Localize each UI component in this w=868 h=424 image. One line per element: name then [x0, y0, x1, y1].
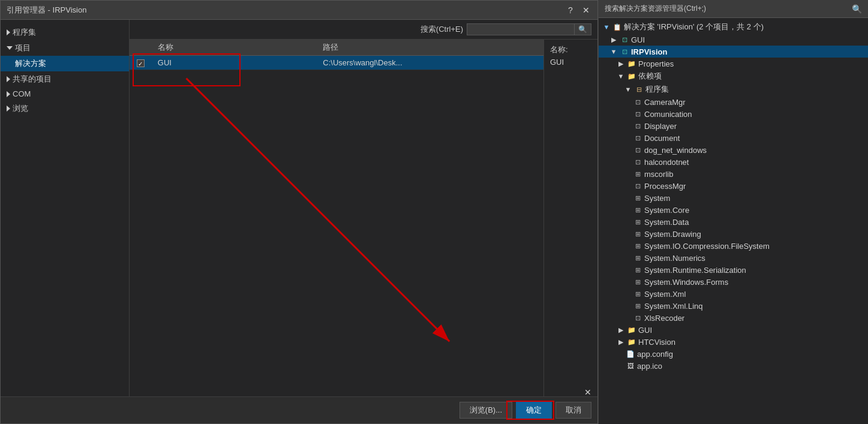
browse-button[interactable]: 浏览(B)... [459, 402, 512, 419]
tree-item-system-data[interactable]: ⊞ System.Data [599, 216, 868, 228]
mscorlib-icon: ⊞ [632, 169, 643, 179]
triangle-right-shared-icon [7, 76, 10, 82]
search-input[interactable] [467, 23, 575, 35]
tree-label-cameramgr: CameraMgr [643, 98, 686, 107]
tree-label-htcvision: HTCVision [637, 338, 675, 347]
search-button[interactable]: 🔍 [575, 23, 591, 35]
tree-label-document: Document [643, 134, 680, 143]
sidebar-item-browse[interactable]: 浏览 [1, 101, 129, 116]
tree-item-system-xml-linq[interactable]: ⊞ System.Xml.Linq [599, 300, 868, 312]
tree-item-system[interactable]: ⊞ System [599, 192, 868, 204]
sidebar-label-projects: 项目 [15, 43, 31, 53]
solution-explorer-header: 搜索解决方案资源管理器(Ctrl+;) 🔍 [599, 0, 868, 18]
triangle-right-gui-folder-icon: ▶ [615, 325, 626, 335]
ref-info-panel: 名称: GUI [543, 40, 597, 396]
tree-item-gui-project[interactable]: ▶ ⊡ GUI [599, 34, 868, 46]
irpvision-project-icon: ⊡ [619, 47, 630, 56]
tree-item-assemblies-node[interactable]: ▼ ⊟ 程序集 [599, 83, 868, 96]
properties-folder-icon: 📁 [626, 59, 637, 68]
checkbox-checked: ✓ [137, 59, 145, 67]
tree-item-app-config[interactable]: 📄 app.config [599, 348, 868, 360]
tree-item-halcondotnet[interactable]: ⊡ halcondotnet [599, 156, 868, 168]
sidebar-label-com: COM [13, 89, 31, 98]
cameramgr-icon: ⊡ [632, 97, 643, 107]
tree-label-system-core: System.Core [643, 206, 689, 215]
system-winforms-icon: ⊞ [632, 277, 643, 287]
triangle-right-browse-icon [7, 106, 10, 112]
dialog-body: 程序集 项目 解决方案 共享的项目 COM 浏览 [1, 20, 597, 396]
processmgr-icon: ⊡ [632, 181, 643, 191]
sidebar-label-assemblies: 程序集 [13, 27, 36, 38]
tree-item-system-numerics[interactable]: ⊞ System.Numerics [599, 252, 868, 264]
sidebar-item-com[interactable]: COM [1, 87, 129, 101]
solution-explorer-panel: 搜索解决方案资源管理器(Ctrl+;) 🔍 ▼ 📋 解决方案 'IRPVisio… [598, 0, 868, 424]
tree-item-xlsrecoder[interactable]: ⊡ XlsRecoder [599, 312, 868, 324]
col-header-name: 名称 [153, 40, 318, 56]
tree-item-system-drawing[interactable]: ⊞ System.Drawing [599, 228, 868, 240]
tree-label-system: System [643, 194, 670, 203]
tree-item-cameramgr[interactable]: ⊡ CameraMgr [599, 96, 868, 108]
tree-item-gui-folder[interactable]: ▶ 📁 GUI [599, 324, 868, 336]
tree-item-system-xml[interactable]: ⊞ System.Xml [599, 288, 868, 300]
triangle-down-assemblies-icon: ▼ [623, 85, 633, 94]
ok-button[interactable]: 确定 [516, 402, 552, 419]
tree-item-dog-net[interactable]: ⊡ dog_net_windows [599, 144, 868, 156]
xlsrecoder-icon: ⊡ [632, 313, 643, 323]
solution-icon: 📋 [612, 22, 623, 32]
triangle-down-icon [7, 46, 13, 50]
solution-search-icon[interactable]: 🔍 [852, 4, 862, 14]
gui-folder-icon: 📁 [626, 325, 637, 335]
document-icon: ⊡ [632, 133, 643, 143]
dialog-controls: ? ✕ [565, 5, 591, 16]
tree-item-comunication[interactable]: ⊡ Comunication [599, 108, 868, 120]
tree-item-document[interactable]: ⊡ Document [599, 132, 868, 144]
sidebar-item-assemblies[interactable]: 程序集 [1, 25, 129, 40]
col-header-check [130, 40, 153, 56]
tree-item-htcvision[interactable]: ▶ 📁 HTCVision [599, 336, 868, 348]
search-label: 搜索(Ctrl+E) [421, 24, 463, 35]
halcondotnet-icon: ⊡ [632, 157, 643, 167]
sidebar-item-shared[interactable]: 共享的项目 [1, 71, 129, 87]
tree-label-comunication: Comunication [643, 110, 692, 119]
table-row[interactable]: ✓ GUI C:\Users\wangl\Desk... [130, 56, 543, 70]
cancel-button[interactable]: 取消 [555, 402, 591, 419]
system-icon: ⊞ [632, 193, 643, 203]
tree-item-dependencies[interactable]: ▼ 📁 依赖项 [599, 70, 868, 83]
tree-item-solution[interactable]: ▼ 📋 解决方案 'IRPVision' (2 个项目，共 2 个) [599, 20, 868, 34]
triangle-right-properties-icon: ▶ [615, 59, 626, 68]
tree-item-properties[interactable]: ▶ 📁 Properties [599, 58, 868, 70]
tree-item-irpvision-project[interactable]: ▼ ⊡ IRPVision [599, 46, 868, 58]
triangle-down-irpvision-icon: ▼ [608, 47, 619, 56]
tree-item-mscorlib[interactable]: ⊞ mscorlib [599, 168, 868, 180]
help-button[interactable]: ? [565, 5, 576, 16]
ref-main-area: 名称 路径 ✓ GUI C:\Users\wangl\Desk... [130, 40, 597, 396]
sidebar-item-solution[interactable]: 解决方案 [1, 56, 129, 71]
close-button[interactable]: ✕ [581, 5, 591, 16]
tree-item-system-core[interactable]: ⊞ System.Core [599, 204, 868, 216]
dialog-sidebar: 程序集 项目 解决方案 共享的项目 COM 浏览 [1, 20, 130, 396]
tree-item-system-runtime[interactable]: ⊞ System.Runtime.Serialization [599, 264, 868, 276]
solution-tree: ▼ 📋 解决方案 'IRPVision' (2 个项目，共 2 个) ▶ ⊡ G… [599, 18, 868, 424]
tree-label-system-winforms: System.Windows.Forms [643, 278, 728, 287]
triangle-right-gui-icon: ▶ [608, 35, 619, 44]
info-label: 名称: [550, 44, 591, 55]
tree-label-system-numerics: System.Numerics [643, 254, 705, 263]
tree-item-system-io[interactable]: ⊞ System.IO.Compression.FileSystem [599, 240, 868, 252]
tree-label-properties: Properties [637, 59, 674, 68]
triangle-down-solution-icon: ▼ [601, 22, 612, 32]
info-value: GUI [550, 58, 591, 67]
tree-item-system-winforms[interactable]: ⊞ System.Windows.Forms [599, 276, 868, 288]
tree-item-app-ico[interactable]: 🖼 app.ico [599, 360, 868, 372]
row-checkbox[interactable]: ✓ [130, 56, 153, 70]
tree-item-displayer[interactable]: ⊡ Displayer [599, 120, 868, 132]
app-ico-icon: 🖼 [625, 361, 636, 371]
footer-close-x[interactable]: ✕ [584, 387, 591, 397]
tree-label-system-xml-linq: System.Xml.Linq [643, 302, 703, 311]
triangle-right-htcvision-icon: ▶ [615, 337, 626, 347]
tree-item-processmgr[interactable]: ⊡ ProcessMgr [599, 180, 868, 192]
col-header-path: 路径 [318, 40, 543, 56]
assemblies-folder-icon: ⊟ [633, 85, 644, 94]
dog-net-icon: ⊡ [632, 145, 643, 155]
sidebar-item-projects[interactable]: 项目 [1, 40, 129, 56]
tree-label-halcondotnet: halcondotnet [643, 158, 689, 167]
